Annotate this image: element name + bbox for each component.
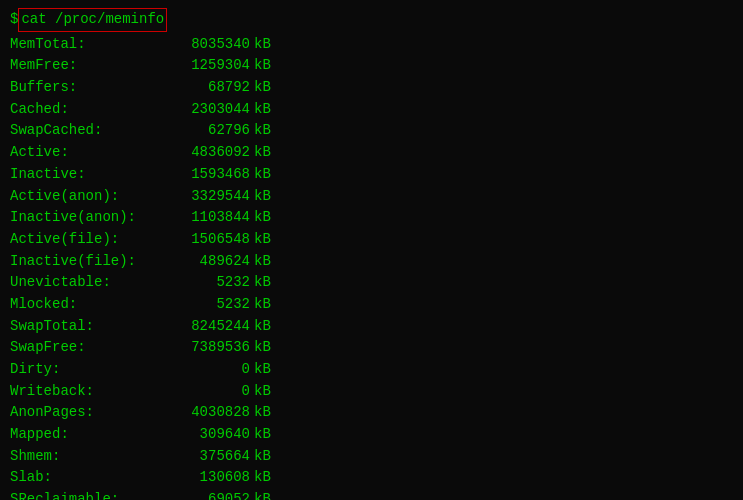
row-value: 5232 (170, 294, 250, 316)
table-row: Shmem:375664kB (10, 446, 733, 468)
row-key: Inactive(anon): (10, 207, 170, 229)
prompt: $ (10, 9, 18, 31)
command-text: cat /proc/meminfo (18, 8, 167, 32)
row-unit: kB (254, 207, 271, 229)
row-unit: kB (254, 294, 271, 316)
row-unit: kB (254, 142, 271, 164)
row-value: 1259304 (170, 55, 250, 77)
row-unit: kB (254, 446, 271, 468)
row-value: 68792 (170, 77, 250, 99)
row-value: 8035340 (170, 34, 250, 56)
row-unit: kB (254, 99, 271, 121)
row-unit: kB (254, 337, 271, 359)
terminal-container: $ cat /proc/meminfo MemTotal:8035340kBMe… (10, 8, 733, 500)
row-key: Active: (10, 142, 170, 164)
row-value: 69052 (170, 489, 250, 500)
row-key: Dirty: (10, 359, 170, 381)
row-key: SwapTotal: (10, 316, 170, 338)
row-unit: kB (254, 272, 271, 294)
table-row: Mlocked:5232kB (10, 294, 733, 316)
row-key: Mlocked: (10, 294, 170, 316)
row-value: 0 (170, 359, 250, 381)
row-unit: kB (254, 316, 271, 338)
row-key: Cached: (10, 99, 170, 121)
table-row: Active:4836092kB (10, 142, 733, 164)
row-unit: kB (254, 77, 271, 99)
table-row: Active(anon):3329544kB (10, 186, 733, 208)
row-key: Inactive: (10, 164, 170, 186)
row-unit: kB (254, 381, 271, 403)
row-unit: kB (254, 120, 271, 142)
row-value: 1506548 (170, 229, 250, 251)
table-row: MemTotal:8035340kB (10, 34, 733, 56)
row-value: 5232 (170, 272, 250, 294)
row-unit: kB (254, 424, 271, 446)
row-unit: kB (254, 402, 271, 424)
table-row: Inactive(anon):1103844kB (10, 207, 733, 229)
row-key: Mapped: (10, 424, 170, 446)
row-key: SwapCached: (10, 120, 170, 142)
table-row: Slab:130608kB (10, 467, 733, 489)
row-key: MemTotal: (10, 34, 170, 56)
row-unit: kB (254, 467, 271, 489)
table-row: SwapCached:62796kB (10, 120, 733, 142)
row-key: Unevictable: (10, 272, 170, 294)
row-unit: kB (254, 164, 271, 186)
table-row: Cached:2303044kB (10, 99, 733, 121)
row-value: 62796 (170, 120, 250, 142)
row-value: 4030828 (170, 402, 250, 424)
row-key: Shmem: (10, 446, 170, 468)
table-row: Writeback:0kB (10, 381, 733, 403)
table-row: Buffers:68792kB (10, 77, 733, 99)
table-row: Active(file):1506548kB (10, 229, 733, 251)
table-row: Inactive:1593468kB (10, 164, 733, 186)
table-row: Dirty:0kB (10, 359, 733, 381)
row-value: 8245244 (170, 316, 250, 338)
row-key: Active(anon): (10, 186, 170, 208)
row-value: 7389536 (170, 337, 250, 359)
row-unit: kB (254, 359, 271, 381)
row-unit: kB (254, 489, 271, 500)
row-value: 375664 (170, 446, 250, 468)
command-line: $ cat /proc/meminfo (10, 8, 733, 32)
row-key: Writeback: (10, 381, 170, 403)
row-unit: kB (254, 34, 271, 56)
row-unit: kB (254, 55, 271, 77)
row-value: 4836092 (170, 142, 250, 164)
row-key: SReclaimable: (10, 489, 170, 500)
row-value: 130608 (170, 467, 250, 489)
row-value: 1593468 (170, 164, 250, 186)
table-row: SReclaimable:69052kB (10, 489, 733, 500)
row-key: MemFree: (10, 55, 170, 77)
row-value: 489624 (170, 251, 250, 273)
row-key: Slab: (10, 467, 170, 489)
row-value: 0 (170, 381, 250, 403)
row-key: Active(file): (10, 229, 170, 251)
row-value: 1103844 (170, 207, 250, 229)
row-key: SwapFree: (10, 337, 170, 359)
row-unit: kB (254, 251, 271, 273)
table-row: AnonPages:4030828kB (10, 402, 733, 424)
row-value: 2303044 (170, 99, 250, 121)
meminfo-output: MemTotal:8035340kBMemFree:1259304kBBuffe… (10, 34, 733, 500)
table-row: Mapped:309640kB (10, 424, 733, 446)
table-row: MemFree:1259304kB (10, 55, 733, 77)
row-key: AnonPages: (10, 402, 170, 424)
row-key: Inactive(file): (10, 251, 170, 273)
row-value: 309640 (170, 424, 250, 446)
row-key: Buffers: (10, 77, 170, 99)
table-row: SwapFree:7389536kB (10, 337, 733, 359)
row-value: 3329544 (170, 186, 250, 208)
row-unit: kB (254, 186, 271, 208)
table-row: Unevictable:5232kB (10, 272, 733, 294)
table-row: SwapTotal:8245244kB (10, 316, 733, 338)
table-row: Inactive(file):489624kB (10, 251, 733, 273)
row-unit: kB (254, 229, 271, 251)
